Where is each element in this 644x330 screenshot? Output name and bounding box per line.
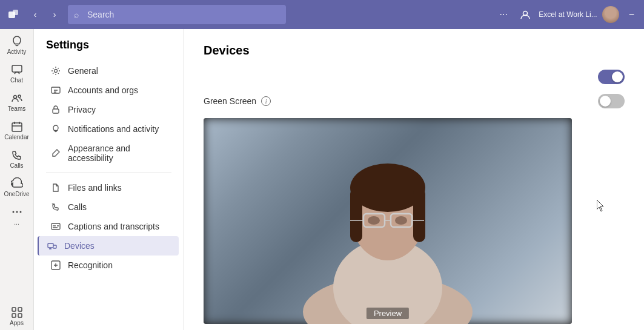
svg-rect-6	[12, 123, 22, 131]
sidebar-item-calendar-label: Calendar	[4, 134, 29, 140]
settings-item-notifications[interactable]: Notifications and activity	[39, 119, 179, 139]
svg-rect-1	[13, 10, 18, 15]
settings-item-calls-label: Calls	[68, 202, 87, 212]
camera-preview: Preview	[204, 118, 572, 324]
sidebar-item-chat-label: Chat	[10, 77, 23, 84]
green-screen-toggle-track	[598, 94, 625, 108]
settings-item-appearance[interactable]: Appearance and accessibility	[39, 139, 179, 168]
svg-rect-12	[12, 314, 16, 317]
top-toggle-thumb	[612, 71, 623, 82]
settings-item-general[interactable]: General	[39, 61, 179, 81]
camera-person-container	[204, 118, 572, 324]
sidebar-item-onedrive[interactable]: OneDrive	[1, 174, 33, 201]
settings-item-files-label: Files and links	[68, 183, 122, 193]
bell-icon	[51, 124, 61, 134]
search-container: ⌕	[68, 5, 286, 24]
svg-point-14	[55, 70, 58, 73]
person-silhouette	[297, 118, 479, 324]
top-toggle[interactable]	[598, 70, 625, 84]
sidebar-item-teams[interactable]: Teams	[1, 88, 33, 116]
svg-point-32	[368, 216, 380, 225]
more-options-button[interactable]: ···	[495, 6, 512, 23]
settings-item-recognition[interactable]: Recognition	[39, 256, 179, 275]
sidebar-item-activity-label: Activity	[7, 48, 27, 55]
sidebar-item-calendar[interactable]: Calendar	[1, 117, 33, 144]
green-screen-toggle-thumb	[600, 96, 611, 107]
settings-item-general-label: General	[68, 66, 98, 76]
icon-sidebar: Activity Chat Teams Calendar Calls OneDr…	[0, 29, 34, 330]
settings-divider	[46, 173, 171, 173]
forward-button[interactable]: ›	[46, 6, 63, 23]
green-screen-info-icon[interactable]: i	[261, 96, 271, 106]
settings-item-privacy-label: Privacy	[68, 105, 96, 114]
svg-rect-13	[18, 314, 22, 317]
settings-item-accounts-label: Accounts and orgs	[68, 85, 138, 95]
green-screen-toggle[interactable]	[598, 94, 625, 108]
settings-item-captions-label: Captions and transcripts	[68, 222, 159, 231]
teams-logo	[5, 6, 22, 23]
file-icon	[51, 183, 61, 193]
main-layout: Activity Chat Teams Calendar Calls OneDr…	[0, 29, 644, 330]
profile-search-button[interactable]	[517, 6, 534, 23]
sidebar-item-calls[interactable]: Calls	[1, 145, 33, 173]
page-title: Devices	[204, 44, 625, 58]
settings-title: Settings	[34, 39, 184, 61]
svg-rect-18	[48, 243, 53, 248]
gear-icon	[51, 66, 61, 76]
brush-icon	[51, 148, 61, 158]
svg-rect-25	[350, 188, 362, 242]
lock-icon	[51, 105, 61, 114]
svg-point-8	[16, 211, 18, 213]
settings-item-calls-settings[interactable]: Calls	[39, 197, 179, 217]
green-screen-label: Green Screen	[204, 96, 256, 106]
username-label: Excel at Work Li...	[539, 10, 597, 19]
avatar-image	[602, 6, 619, 23]
sidebar-item-onedrive-label: OneDrive	[4, 191, 29, 197]
settings-item-devices[interactable]: Devices	[38, 236, 179, 256]
preview-label: Preview	[367, 308, 409, 319]
sidebar-item-apps[interactable]: Apps	[1, 303, 33, 330]
sidebar-item-calls-label: Calls	[10, 162, 23, 169]
svg-rect-26	[413, 188, 425, 242]
svg-point-9	[19, 211, 21, 213]
sidebar-item-teams-label: Teams	[8, 105, 25, 112]
sidebar-item-activity[interactable]: Activity	[1, 31, 33, 59]
topbar: ‹ › ⌕ ··· Excel at Work Li... −	[0, 0, 644, 29]
svg-rect-17	[51, 223, 60, 229]
sidebar-item-more[interactable]: ...	[1, 202, 33, 229]
svg-point-5	[18, 95, 21, 97]
svg-rect-10	[12, 308, 16, 311]
top-toggle-track	[598, 70, 625, 84]
nav-back-forward: ‹ ›	[27, 6, 63, 23]
minimize-button[interactable]: −	[624, 9, 639, 20]
accounts-icon	[51, 85, 61, 95]
svg-rect-16	[53, 109, 59, 113]
green-screen-label-container: Green Screen i	[204, 96, 271, 106]
green-screen-row: Green Screen i	[204, 89, 625, 113]
settings-item-captions[interactable]: Captions and transcripts	[39, 217, 179, 236]
sidebar-item-more-label: ...	[14, 219, 19, 226]
topbar-right: ··· Excel at Work Li... −	[495, 6, 639, 23]
sidebar-item-chat[interactable]: Chat	[1, 60, 33, 87]
recognition-icon	[51, 260, 61, 270]
settings-sidebar: Settings General Accounts and orgs Priva…	[34, 29, 184, 330]
svg-rect-11	[18, 308, 22, 311]
svg-point-4	[13, 96, 16, 99]
settings-item-appearance-label: Appearance and accessibility	[68, 144, 167, 163]
settings-item-privacy[interactable]: Privacy	[39, 100, 179, 119]
settings-item-files[interactable]: Files and links	[39, 178, 179, 197]
svg-point-7	[12, 211, 14, 213]
svg-rect-3	[12, 65, 22, 72]
phone-icon	[51, 202, 61, 212]
settings-item-recognition-label: Recognition	[68, 260, 113, 270]
back-button[interactable]: ‹	[27, 6, 44, 23]
sidebar-item-apps-label: Apps	[10, 320, 24, 326]
captions-icon	[51, 222, 61, 231]
content-area: Devices Green Screen i	[184, 29, 644, 330]
settings-item-accounts[interactable]: Accounts and orgs	[39, 81, 179, 100]
settings-item-notifications-label: Notifications and activity	[68, 124, 159, 134]
settings-item-devices-label: Devices	[64, 241, 95, 251]
devices-icon	[47, 241, 57, 251]
search-input[interactable]	[68, 5, 286, 24]
avatar[interactable]	[602, 6, 619, 23]
